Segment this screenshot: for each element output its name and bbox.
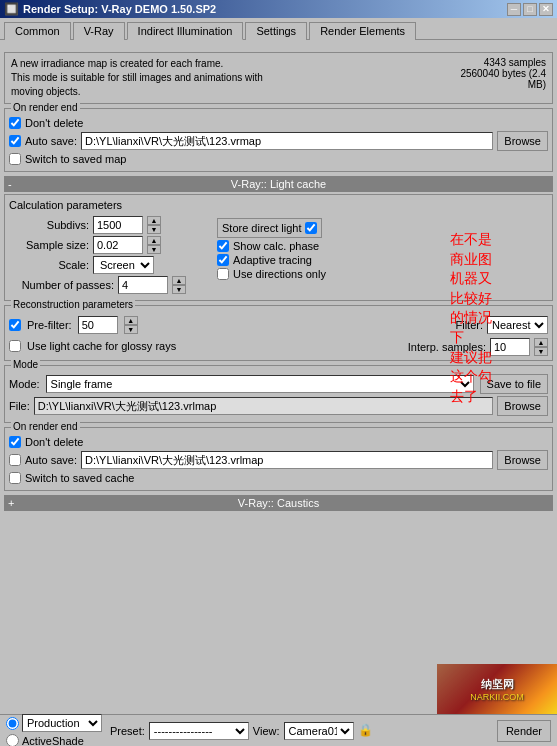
preset-view-row: Preset: ---------------- View: Camera01 … — [110, 722, 489, 740]
activeshade-radio[interactable] — [6, 734, 19, 746]
on-render-end-bottom-group: On render end Don't delete Auto save: Br… — [4, 427, 553, 491]
use-light-cache-checkbox[interactable] — [9, 340, 21, 352]
pre-filter-input[interactable] — [78, 316, 118, 334]
auto-save-top-input[interactable] — [81, 132, 493, 150]
bottom-bar: Production ActiveShade Preset: ---------… — [0, 714, 557, 746]
pre-filter-label: Pre-filter: — [27, 319, 72, 331]
dont-delete-top-label: Don't delete — [25, 117, 83, 129]
on-render-end-top-group: On render end Don't delete Auto save: Br… — [4, 108, 553, 172]
dont-delete-bottom-checkbox[interactable] — [9, 436, 21, 448]
light-cache-header: - V-Ray:: Light cache — [4, 176, 553, 192]
switch-saved-top-checkbox[interactable] — [9, 153, 21, 165]
mode-select[interactable]: Single frame Fly-through From file Progr… — [46, 375, 474, 393]
mode-group-title: Mode — [11, 359, 40, 370]
auto-save-bottom-checkbox[interactable] — [9, 454, 21, 466]
num-passes-label: Number of passes: — [9, 279, 114, 291]
sample-size-label: Sample size: — [9, 239, 89, 251]
tab-render-elements[interactable]: Render Elements — [309, 22, 416, 40]
caustics-header-text: V-Ray:: Caustics — [238, 497, 319, 509]
file-input[interactable] — [34, 397, 494, 415]
production-radio[interactable] — [6, 717, 19, 730]
dont-delete-top-checkbox[interactable] — [9, 117, 21, 129]
caustics-header: + V-Ray:: Caustics — [4, 495, 553, 511]
close-button[interactable]: ✕ — [539, 3, 553, 16]
caustics-collapse-icon[interactable]: + — [8, 497, 14, 509]
use-directions-label: Use directions only — [233, 268, 326, 280]
info-stats: 4343 samples2560040 bytes (2.4MB) — [460, 57, 546, 90]
tab-common[interactable]: Common — [4, 22, 71, 40]
switch-saved-top-label: Switch to saved map — [25, 153, 127, 165]
pre-filter-up-btn[interactable]: ▲ — [124, 316, 138, 325]
maximize-button[interactable]: □ — [523, 3, 537, 16]
auto-save-bottom-input[interactable] — [81, 451, 493, 469]
num-passes-input[interactable] — [118, 276, 168, 294]
switch-saved-bottom-label: Switch to saved cache — [25, 472, 134, 484]
scale-label: Scale: — [9, 259, 89, 271]
info-box: A new irradiance map is created for each… — [4, 52, 553, 104]
sample-size-down-btn[interactable]: ▼ — [147, 245, 161, 254]
watermark: 纳坚网 NARKII.COM — [437, 664, 557, 714]
show-calc-checkbox[interactable] — [217, 240, 229, 252]
lock-icon: 🔒 — [358, 723, 372, 739]
sample-size-up-btn[interactable]: ▲ — [147, 236, 161, 245]
view-label: View: — [253, 725, 280, 737]
tab-indirect[interactable]: Indirect Illumination — [127, 22, 244, 40]
show-calc-label: Show calc. phase — [233, 240, 319, 252]
tab-vray[interactable]: V-Ray — [73, 22, 125, 40]
preset-label: Preset: — [110, 725, 145, 737]
render-button[interactable]: Render — [497, 720, 551, 742]
scale-select[interactable]: Screen World — [93, 256, 154, 274]
watermark-line2: NARKII.COM — [470, 692, 524, 702]
mode-label: Mode: — [9, 378, 40, 390]
pre-filter-checkbox[interactable] — [9, 319, 21, 331]
recon-params-title: Reconstruction parameters — [11, 299, 135, 310]
store-direct-light-checkbox[interactable] — [305, 222, 317, 234]
annotation: 在不是 商业图 机器又 比较好 的情况 下 建议把 这个勾 去了 — [450, 230, 555, 406]
activeshade-label: ActiveShade — [22, 735, 84, 747]
on-render-end-top-label: On render end — [11, 102, 80, 113]
pre-filter-down-btn[interactable]: ▼ — [124, 325, 138, 334]
light-cache-collapse-icon[interactable]: - — [8, 178, 12, 190]
info-text: A new irradiance map is created for each… — [11, 57, 263, 99]
store-direct-light-label: Store direct light — [222, 222, 301, 234]
adaptive-tracing-checkbox[interactable] — [217, 254, 229, 266]
browse-bottom-button[interactable]: Browse — [497, 450, 548, 470]
view-select[interactable]: Camera01 — [284, 722, 354, 740]
tab-bar: Common V-Ray Indirect Illumination Setti… — [0, 18, 557, 40]
subdivs-down-btn[interactable]: ▼ — [147, 225, 161, 234]
switch-saved-bottom-checkbox[interactable] — [9, 472, 21, 484]
calc-params-title: Calculation parameters — [9, 199, 548, 211]
adaptive-tracing-label: Adaptive tracing — [233, 254, 312, 266]
subdivs-up-btn[interactable]: ▲ — [147, 216, 161, 225]
use-light-cache-label: Use light cache for glossy rays — [27, 340, 176, 352]
file-label: File: — [9, 400, 30, 412]
production-select[interactable]: Production — [22, 714, 102, 732]
watermark-line1: 纳坚网 — [481, 677, 514, 692]
title-bar: 🔲 Render Setup: V-Ray DEMO 1.50.SP2 ─ □ … — [0, 0, 557, 18]
use-directions-checkbox[interactable] — [217, 268, 229, 280]
num-passes-down-btn[interactable]: ▼ — [172, 285, 186, 294]
auto-save-bottom-label: Auto save: — [25, 454, 77, 466]
light-cache-header-text: V-Ray:: Light cache — [231, 178, 326, 190]
tab-settings[interactable]: Settings — [245, 22, 307, 40]
on-render-end-bottom-label: On render end — [11, 421, 80, 432]
window-title: Render Setup: V-Ray DEMO 1.50.SP2 — [23, 3, 216, 15]
subdivs-label: Subdivs: — [9, 219, 89, 231]
auto-save-top-label: Auto save: — [25, 135, 77, 147]
dont-delete-bottom-label: Don't delete — [25, 436, 83, 448]
store-direct-light-btn[interactable]: Store direct light — [217, 218, 322, 238]
minimize-button[interactable]: ─ — [507, 3, 521, 16]
render-mode-radio-group: Production ActiveShade — [6, 714, 102, 746]
auto-save-top-checkbox[interactable] — [9, 135, 21, 147]
sample-size-input[interactable] — [93, 236, 143, 254]
subdivs-input[interactable] — [93, 216, 143, 234]
num-passes-up-btn[interactable]: ▲ — [172, 276, 186, 285]
browse-top-button[interactable]: Browse — [497, 131, 548, 151]
preset-select[interactable]: ---------------- — [149, 722, 249, 740]
